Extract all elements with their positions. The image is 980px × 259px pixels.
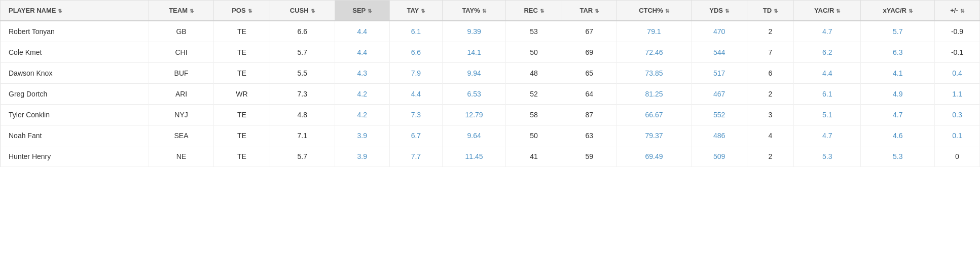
- table-row: Hunter HenryNETE5.73.97.711.45415969.495…: [1, 146, 980, 167]
- header-xyac_r[interactable]: xYAC/R ⇅: [861, 1, 935, 21]
- cell-player_name: Cole Kmet: [1, 42, 149, 63]
- cell-plus_minus: 0.4: [934, 63, 979, 84]
- header-label-team: TEAM: [169, 7, 188, 14]
- header-td[interactable]: TD ⇅: [747, 1, 793, 21]
- header-tay[interactable]: TAY ⇅: [389, 1, 442, 21]
- cell-rec: 53: [506, 21, 562, 42]
- cell-pos: TE: [214, 42, 270, 63]
- header-player_name[interactable]: PLAYER NAME ⇅: [1, 1, 149, 21]
- stats-table-container: PLAYER NAME ⇅TEAM ⇅POS ⇅CUSH ⇅SEP ⇅TAY ⇅…: [0, 0, 980, 167]
- cell-yds: 517: [692, 63, 747, 84]
- cell-plus_minus: -0.1: [934, 42, 979, 63]
- cell-yac_r: 5.3: [794, 146, 861, 167]
- header-label-plus_minus: +/-: [950, 7, 958, 14]
- header-label-yds: YDS: [709, 7, 723, 14]
- sort-icon-player_name: ⇅: [58, 8, 62, 14]
- cell-rec: 58: [506, 105, 562, 125]
- header-label-player_name: PLAYER NAME: [9, 7, 56, 14]
- cell-xyac_r: 5.7: [861, 21, 935, 42]
- cell-tay: 6.1: [389, 21, 442, 42]
- sort-icon-yac_r: ⇅: [836, 8, 840, 14]
- cell-pos: TE: [214, 146, 270, 167]
- cell-rec: 50: [506, 42, 562, 63]
- cell-yds: 486: [692, 125, 747, 146]
- header-tar[interactable]: TAR ⇅: [562, 1, 616, 21]
- cell-xyac_r: 4.1: [861, 63, 935, 84]
- cell-tar: 64: [562, 84, 616, 105]
- cell-sep: 3.9: [335, 146, 389, 167]
- cell-tay_pct: 12.79: [442, 105, 505, 125]
- cell-yds: 470: [692, 21, 747, 42]
- header-label-tay_pct: TAY%: [462, 7, 480, 14]
- header-yac_r[interactable]: YAC/R ⇅: [794, 1, 861, 21]
- cell-plus_minus: 0.1: [934, 125, 979, 146]
- cell-cush: 4.8: [270, 105, 335, 125]
- cell-plus_minus: 1.1: [934, 84, 979, 105]
- cell-plus_minus: -0.9: [934, 21, 979, 42]
- cell-cush: 5.7: [270, 42, 335, 63]
- cell-tar: 69: [562, 42, 616, 63]
- cell-rec: 41: [506, 146, 562, 167]
- header-row: PLAYER NAME ⇅TEAM ⇅POS ⇅CUSH ⇅SEP ⇅TAY ⇅…: [1, 1, 980, 21]
- header-yds[interactable]: YDS ⇅: [692, 1, 747, 21]
- table-row: Dawson KnoxBUFTE5.54.37.99.94486573.8551…: [1, 63, 980, 84]
- cell-ctch_pct: 66.67: [616, 105, 692, 125]
- cell-team: CHI: [149, 42, 214, 63]
- header-label-tar: TAR: [579, 7, 593, 14]
- cell-yac_r: 4.7: [794, 21, 861, 42]
- cell-team: ARI: [149, 84, 214, 105]
- header-team[interactable]: TEAM ⇅: [149, 1, 214, 21]
- cell-xyac_r: 6.3: [861, 42, 935, 63]
- table-row: Cole KmetCHITE5.74.46.614.1506972.465447…: [1, 42, 980, 63]
- cell-cush: 5.7: [270, 146, 335, 167]
- sort-icon-sep: ⇅: [368, 8, 372, 14]
- header-pos[interactable]: POS ⇅: [214, 1, 270, 21]
- cell-cush: 5.5: [270, 63, 335, 84]
- table-row: Tyler ConklinNYJTE4.84.27.312.79588766.6…: [1, 105, 980, 125]
- cell-yds: 467: [692, 84, 747, 105]
- header-label-td: TD: [763, 7, 772, 14]
- cell-td: 7: [747, 42, 793, 63]
- cell-tay: 4.4: [389, 84, 442, 105]
- sort-icon-rec: ⇅: [540, 8, 544, 14]
- cell-yac_r: 4.7: [794, 125, 861, 146]
- header-plus_minus[interactable]: +/- ⇅: [934, 1, 979, 21]
- cell-player_name: Hunter Henry: [1, 146, 149, 167]
- cell-yac_r: 4.4: [794, 63, 861, 84]
- cell-player_name: Greg Dortch: [1, 84, 149, 105]
- cell-rec: 52: [506, 84, 562, 105]
- cell-rec: 48: [506, 63, 562, 84]
- header-cush[interactable]: CUSH ⇅: [270, 1, 335, 21]
- cell-team: GB: [149, 21, 214, 42]
- header-sep[interactable]: SEP ⇅: [335, 1, 389, 21]
- cell-sep: 4.2: [335, 105, 389, 125]
- cell-pos: WR: [214, 84, 270, 105]
- header-rec[interactable]: REC ⇅: [506, 1, 562, 21]
- sort-icon-plus_minus: ⇅: [960, 8, 964, 14]
- cell-team: NYJ: [149, 105, 214, 125]
- cell-plus_minus: 0: [934, 146, 979, 167]
- header-ctch_pct[interactable]: CTCH% ⇅: [616, 1, 692, 21]
- cell-pos: TE: [214, 125, 270, 146]
- cell-ctch_pct: 81.25: [616, 84, 692, 105]
- cell-tar: 63: [562, 125, 616, 146]
- cell-td: 2: [747, 146, 793, 167]
- cell-tay_pct: 6.53: [442, 84, 505, 105]
- cell-team: SEA: [149, 125, 214, 146]
- cell-tay_pct: 9.39: [442, 21, 505, 42]
- cell-tay_pct: 9.94: [442, 63, 505, 84]
- header-label-pos: POS: [232, 7, 245, 14]
- table-row: Greg DortchARIWR7.34.24.46.53526481.2546…: [1, 84, 980, 105]
- header-label-xyac_r: xYAC/R: [883, 7, 906, 14]
- sort-icon-yds: ⇅: [725, 8, 729, 14]
- cell-sep: 4.4: [335, 21, 389, 42]
- header-tay_pct[interactable]: TAY% ⇅: [442, 1, 505, 21]
- cell-sep: 3.9: [335, 125, 389, 146]
- table-row: Noah FantSEATE7.13.96.79.64506379.374864…: [1, 125, 980, 146]
- sort-icon-tay_pct: ⇅: [482, 8, 486, 14]
- sort-icon-tar: ⇅: [595, 8, 599, 14]
- cell-tay_pct: 14.1: [442, 42, 505, 63]
- header-label-rec: REC: [524, 7, 537, 14]
- cell-yds: 509: [692, 146, 747, 167]
- cell-player_name: Tyler Conklin: [1, 105, 149, 125]
